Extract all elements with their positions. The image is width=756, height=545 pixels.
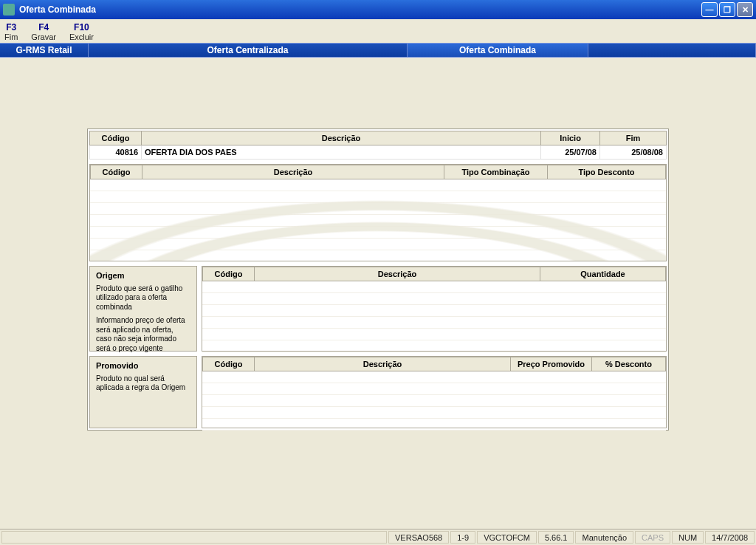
promovido-grid-rows[interactable]: [202, 371, 666, 431]
status-module: VGCTOFCM: [477, 531, 537, 544]
promovido-text: Produto no qual será aplicada a regra da…: [96, 374, 190, 393]
combo-grid-rows[interactable]: [90, 179, 666, 261]
status-bar: VERSAO568 1-9 VGCTOFCM 5.66.1 Manutenção…: [0, 529, 756, 545]
status-caps: CAPS: [635, 531, 670, 544]
col-descricao: Descrição: [142, 165, 444, 179]
promovido-infobox: Promovido Produto no qual será aplicada …: [89, 356, 197, 428]
col-descricao: Descrição: [255, 267, 540, 281]
breadcrumb-bar: G-RMS Retail Oferta Centralizada Oferta …: [0, 43, 756, 58]
oferta-header-grid: Código Descrição Inicio Fim 40816 OFERTA…: [89, 131, 667, 160]
origem-infobox: Origem Produto que será o gatilho utiliz…: [89, 266, 197, 352]
fkey-label: F4: [31, 22, 56, 32]
col-inicio: Inicio: [541, 131, 600, 145]
breadcrumb-current[interactable]: Oferta Combinada: [408, 44, 588, 57]
col-fim: Fim: [600, 131, 667, 145]
breadcrumb-parent[interactable]: Oferta Centralizada: [89, 44, 408, 57]
col-codigo: Código: [203, 267, 255, 281]
main-content: Código Descrição Inicio Fim 40816 OFERTA…: [0, 58, 756, 431]
origem-heading: Origem: [96, 271, 190, 281]
status-message-area: [1, 531, 387, 544]
breadcrumb-filler: [588, 44, 756, 57]
col-quantidade: Quantidade: [540, 267, 666, 281]
status-vernum: 5.66.1: [538, 531, 574, 544]
promovido-grid[interactable]: Código Descrição Preço Promovido % Desco…: [202, 356, 667, 428]
col-codigo: Código: [203, 357, 255, 371]
window-title: Oferta Combinada: [19, 4, 700, 15]
combo-grid[interactable]: Código Descrição Tipo Combinação Tipo De…: [89, 164, 667, 261]
app-icon: [3, 4, 15, 16]
origem-text2: Informando preço de oferta será aplicado…: [96, 316, 190, 353]
promovido-heading: Promovido: [96, 361, 190, 371]
col-codigo: Código: [91, 165, 142, 179]
fkey-f3-fim[interactable]: F3 Fim: [4, 22, 18, 41]
origem-grid-rows[interactable]: [202, 281, 666, 352]
status-date: 14/7/2008: [705, 531, 755, 544]
function-key-toolbar: F3 Fim F4 Gravar F10 Excluir: [0, 19, 756, 43]
col-desconto: % Desconto: [592, 357, 666, 371]
origem-grid[interactable]: Código Descrição Quantidade: [202, 266, 667, 352]
col-preco-promovido: Preço Promovido: [511, 357, 592, 371]
close-button[interactable]: ✕: [737, 2, 753, 17]
col-descricao: Descrição: [255, 357, 511, 371]
col-tipo-desconto: Tipo Desconto: [548, 165, 666, 179]
cell-inicio: 25/07/08: [541, 145, 600, 160]
oferta-row[interactable]: 40816 OFERTA DIA DOS PAES 25/07/08 25/08…: [90, 145, 667, 160]
maximize-button[interactable]: ❐: [719, 2, 735, 17]
titlebar: Oferta Combinada — ❐ ✕: [0, 0, 756, 19]
origem-text1: Produto que será o gatilho utilizado par…: [96, 284, 190, 312]
minimize-button[interactable]: —: [701, 2, 718, 17]
fkey-caption: Fim: [4, 32, 18, 41]
app-name-cell: G-RMS Retail: [0, 44, 89, 57]
status-range: 1-9: [450, 531, 475, 544]
col-descricao: Descrição: [142, 131, 541, 145]
fkey-f10-excluir[interactable]: F10 Excluir: [69, 22, 94, 41]
status-num: NUM: [672, 531, 704, 544]
fkey-caption: Gravar: [31, 32, 56, 41]
col-tipo-combinacao: Tipo Combinação: [444, 165, 548, 179]
cell-fim: 25/08/08: [600, 145, 667, 160]
fkey-caption: Excluir: [69, 32, 94, 41]
fkey-f4-gravar[interactable]: F4 Gravar: [31, 22, 56, 41]
cell-descricao: OFERTA DIA DOS PAES: [142, 145, 541, 160]
main-panel: Código Descrição Inicio Fim 40816 OFERTA…: [87, 128, 669, 431]
fkey-label: F10: [69, 22, 94, 32]
col-codigo: Código: [90, 131, 142, 145]
fkey-label: F3: [4, 22, 18, 32]
status-mode: Manutenção: [575, 531, 633, 544]
status-version: VERSAO568: [388, 531, 449, 544]
cell-codigo: 40816: [90, 145, 142, 160]
